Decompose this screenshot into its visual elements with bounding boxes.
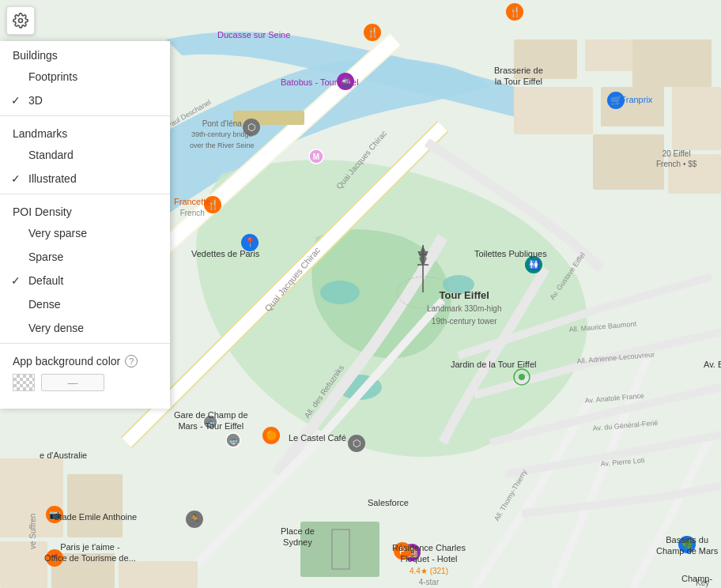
svg-rect-9 <box>514 87 593 134</box>
divider-2 <box>0 194 170 194</box>
poi-very-dense-item[interactable]: ✓ Very dense <box>0 316 170 340</box>
svg-text:M: M <box>313 153 319 161</box>
svg-rect-6 <box>514 40 577 79</box>
svg-point-48 <box>19 19 23 23</box>
svg-text:🚌: 🚌 <box>206 417 216 428</box>
color-swatch[interactable] <box>13 374 35 391</box>
3d-check: ✓ <box>11 94 21 107</box>
buildings-footprints-item[interactable]: ✓ Footprints <box>0 65 170 89</box>
svg-rect-7 <box>585 40 632 71</box>
buildings-3d-item[interactable]: ✓ 3D <box>0 89 170 112</box>
svg-point-1 <box>443 275 474 294</box>
svg-point-41 <box>519 374 525 380</box>
illustrated-label: Illustrated <box>28 172 77 185</box>
poi-default-item[interactable]: ✓ Default <box>0 269 170 292</box>
poi-density-header: POI Density <box>0 198 170 221</box>
app-bg-color-header: App background color ? <box>13 355 157 368</box>
svg-rect-21 <box>51 553 115 588</box>
svg-text:ve Suffren: ve Suffren <box>28 514 37 549</box>
svg-rect-20 <box>0 541 47 588</box>
svg-rect-13 <box>668 154 721 194</box>
very-dense-label: Very dense <box>28 322 84 334</box>
svg-rect-19 <box>67 474 123 537</box>
standard-label: Standard <box>28 149 74 161</box>
poi-very-sparse-item[interactable]: ✓ Very sparse <box>0 221 170 245</box>
color-picker-row <box>13 374 157 391</box>
default-check: ✓ <box>11 274 21 287</box>
svg-rect-8 <box>632 40 712 87</box>
app-bg-color-label-text: App background color <box>13 355 120 368</box>
gear-icon <box>13 13 28 28</box>
app-bg-color-section: App background color ? <box>0 347 170 399</box>
3d-label: 3D <box>28 94 43 107</box>
buildings-section: Buildings ✓ Footprints ✓ 3D <box>0 41 170 112</box>
buildings-header: Buildings <box>0 41 170 65</box>
illustrated-check: ✓ <box>11 172 21 185</box>
svg-point-0 <box>320 281 360 304</box>
poi-dense-item[interactable]: ✓ Dense <box>0 292 170 316</box>
color-input[interactable] <box>41 374 104 391</box>
svg-rect-11 <box>672 87 721 150</box>
settings-button[interactable] <box>6 6 35 35</box>
poi-sparse-item[interactable]: ✓ Sparse <box>0 245 170 269</box>
divider-3 <box>0 343 170 344</box>
landmarks-standard-item[interactable]: ✓ Standard <box>0 143 170 167</box>
help-icon[interactable]: ? <box>125 355 138 368</box>
dense-label: Dense <box>28 298 60 311</box>
landmarks-header: Landmarks <box>0 119 170 143</box>
svg-rect-22 <box>119 561 198 588</box>
default-label: Default <box>28 274 63 287</box>
settings-panel: Buildings ✓ Footprints ✓ 3D Landmarks ✓ … <box>0 41 170 409</box>
footprints-label: Footprints <box>28 70 77 83</box>
very-sparse-label: Very sparse <box>28 227 87 239</box>
sparse-label: Sparse <box>28 251 63 263</box>
svg-rect-10 <box>601 87 664 126</box>
landmarks-illustrated-item[interactable]: ✓ Illustrated <box>0 167 170 190</box>
svg-rect-5 <box>233 111 304 125</box>
divider-1 <box>0 115 170 116</box>
svg-text:🚌: 🚌 <box>228 435 239 446</box>
landmarks-section: Landmarks ✓ Standard ✓ Illustrated <box>0 119 170 190</box>
svg-rect-12 <box>593 134 664 190</box>
poi-density-section: POI Density ✓ Very sparse ✓ Sparse ✓ Def… <box>0 198 170 340</box>
